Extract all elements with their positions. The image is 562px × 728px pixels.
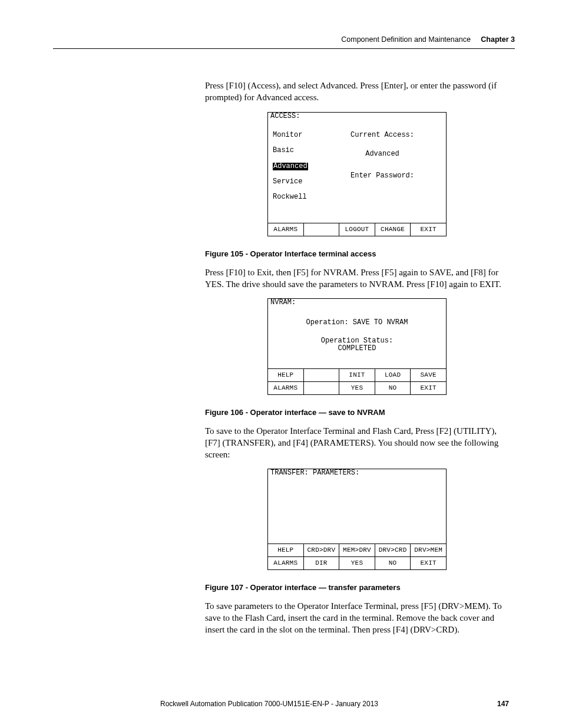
enter-password-label: Enter Password:: [351, 172, 414, 180]
header-rule: [53, 48, 515, 49]
softkeys: HELP CRD>DRV MEM>DRV DRV>CRD DRV>MEM ALA…: [268, 543, 446, 569]
softkey-crd-drv[interactable]: CRD>DRV: [303, 544, 339, 556]
softkey-mem-drv[interactable]: MEM>DRV: [339, 544, 375, 556]
softkey-alarms[interactable]: ALARMS: [268, 557, 303, 569]
current-access-label: Current Access:: [351, 131, 414, 139]
softkey-help[interactable]: HELP: [268, 369, 303, 381]
page-footer: Rockwell Automation Publication 7000-UM1…: [53, 700, 509, 708]
softkeys: HELP INIT LOAD SAVE ALARMS YES NO EXIT: [268, 368, 446, 394]
softkey-blank: [303, 382, 339, 394]
figure-caption: Figure 106 - Operator interface — save t…: [205, 408, 509, 417]
section-title: Component Definition and Maintenance: [341, 35, 471, 44]
softkey-help[interactable]: HELP: [268, 544, 303, 556]
softkey-dir[interactable]: DIR: [303, 557, 339, 569]
softkey-no[interactable]: NO: [375, 382, 411, 394]
terminal-screen-transfer: TRANSFER: PARAMETERS: HELP CRD>DRV MEM>D…: [267, 469, 447, 569]
current-access-value: Advanced: [351, 150, 414, 158]
softkey-yes[interactable]: YES: [339, 557, 375, 569]
softkey-save[interactable]: SAVE: [410, 369, 446, 381]
softkey-blank: [303, 223, 339, 236]
softkey-exit[interactable]: EXIT: [410, 382, 446, 394]
page-number: 147: [485, 700, 509, 708]
body-paragraph: Press [F10] to Exit, then [F5] for NVRAM…: [205, 266, 509, 291]
running-head: Component Definition and Maintenance Cha…: [53, 35, 515, 48]
softkey-alarms[interactable]: ALARMS: [268, 223, 303, 236]
softkey-init[interactable]: INIT: [339, 369, 375, 381]
softkey-drv-mem[interactable]: DRV>MEM: [410, 544, 446, 556]
figure-caption: Figure 105 - Operator Interface terminal…: [205, 249, 509, 258]
screen-title: ACCESS:: [268, 113, 446, 120]
softkey-yes[interactable]: YES: [339, 382, 375, 394]
terminal-screen-access: ACCESS: Monitor Basic Advanced Service R…: [267, 112, 447, 236]
operation-status-value: COMPLETED: [273, 345, 441, 353]
softkey-alarms[interactable]: ALARMS: [268, 382, 303, 394]
softkey-blank: [303, 369, 339, 381]
screen-title: NVRAM:: [268, 299, 446, 307]
body-paragraph: Press [F10] (Access), and select Advance…: [205, 80, 509, 104]
softkey-change[interactable]: CHANGE: [375, 223, 411, 236]
softkey-exit[interactable]: EXIT: [410, 223, 446, 236]
operation-line: Operation: SAVE TO NVRAM: [273, 319, 441, 327]
softkey-logout[interactable]: LOGOUT: [339, 223, 375, 236]
softkey-load[interactable]: LOAD: [375, 369, 411, 381]
access-status: Current Access: Advanced Enter Password:: [351, 124, 414, 196]
figure-caption: Figure 107 - Operator interface — transf…: [205, 583, 509, 592]
softkey-exit[interactable]: EXIT: [410, 557, 446, 569]
chapter-label: Chapter 3: [481, 35, 515, 44]
terminal-screen-nvram: NVRAM: Operation: SAVE TO NVRAM Operatio…: [267, 298, 447, 394]
body-paragraph: To save parameters to the Operator Inter…: [205, 600, 509, 636]
softkey-no[interactable]: NO: [375, 557, 411, 569]
softkeys: ALARMS LOGOUT CHANGE EXIT: [268, 223, 446, 236]
publication-id: Rockwell Automation Publication 7000-UM1…: [53, 700, 485, 708]
body-paragraph: To save to the Operator Interface Termin…: [205, 425, 509, 461]
softkey-drv-crd[interactable]: DRV>CRD: [375, 544, 411, 556]
screen-title: TRANSFER: PARAMETERS:: [268, 469, 446, 477]
